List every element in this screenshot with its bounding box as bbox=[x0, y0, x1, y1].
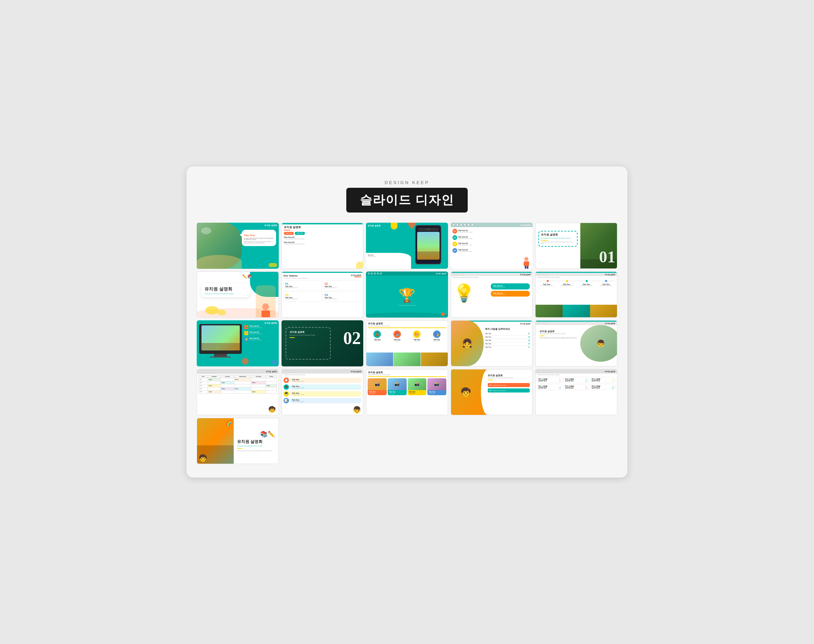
slide1-body2: Iterative approaches to corporate strate… bbox=[244, 241, 274, 244]
slide3-yellow bbox=[391, 223, 398, 230]
slide2-btn2: Title Text bbox=[295, 232, 305, 235]
slide18-subtitle: Kindergarten & Preschool Presentation Te… bbox=[368, 374, 390, 376]
slide21-content: 📚✏️ 유치원 설명회 Kindergarten & Preschool Pre… bbox=[234, 418, 278, 464]
slide-15[interactable]: 유치원 설명회 👦 유치원 설명회 Kindergarten & Prescho… bbox=[535, 320, 617, 366]
slide-7[interactable]: Our Values 유치원 설명회 Lorem ipsum dolor sit… bbox=[281, 271, 364, 317]
slide12-number: 02 bbox=[343, 330, 361, 347]
slide13-subtitle: Kindergarten & Preschool Presentation Te… bbox=[368, 325, 446, 327]
slide-3[interactable]: 유치원 설명회 Title Text Lorem ipsum dolor bbox=[366, 223, 448, 269]
slide5-title: 유치원 설명회 bbox=[541, 233, 575, 236]
slide-20[interactable]: 유치원 설명회 Kindergarten & Preschool Present… bbox=[535, 369, 617, 415]
slide3-cloud: Title Text Lorem ipsum dolor bbox=[366, 253, 411, 269]
slide18-header: 유치원 설명회 Kindergarten & Preschool Present… bbox=[366, 370, 448, 376]
slide12-subtitle: Kindergarten & Preschool Presentation Te… bbox=[290, 334, 327, 336]
slide2-header: 유치원 설명회 bbox=[282, 224, 363, 232]
slide13-school: 유치원 설명회 bbox=[368, 322, 446, 325]
slide11-monitor bbox=[199, 324, 242, 354]
slide-9[interactable]: 유치원 설명회 Kindergarten & Preschool Present… bbox=[451, 271, 533, 317]
main-container: DESIGN KEEP 슬라이드 디자인 유치원 설명회 ❝ T bbox=[187, 166, 627, 477]
slide4-content: 01 Title Text 01 Lorem ipsum dolor sit a… bbox=[451, 227, 533, 269]
slide9-spiral: 유치원 설명회 bbox=[451, 273, 533, 276]
slide7-school: 유치원 설명회 bbox=[351, 274, 361, 276]
slide2-text2: Lorem ipsum dolor sit amet consectetur bbox=[284, 243, 361, 245]
slide3-phone bbox=[415, 225, 441, 264]
slide2-items: Title Text 01 Lorem ipsum dolor sit amet… bbox=[282, 236, 363, 245]
slide1-title: Title Text bbox=[244, 234, 274, 237]
slide14-toc: 목차 내용을 입력하세요 Title Text 02 Title Text 05… bbox=[485, 327, 530, 349]
slide19-school: 유치원 설명회 bbox=[488, 374, 530, 377]
slide6-title: 유치원 설명회 bbox=[204, 286, 247, 292]
slide-2[interactable]: 유치원 설명회 Title Text Title Text Title Text… bbox=[281, 223, 364, 269]
slide3-triangle bbox=[407, 223, 417, 230]
slide6-subtitle: Kindergarten & Preschool Presentation Te… bbox=[204, 293, 247, 294]
slide-10[interactable]: 유치원 설명회 Kindergarten & Preschool Present… bbox=[535, 271, 617, 317]
slide12-dashed-box: 유치원 설명회 Kindergarten & Preschool Present… bbox=[286, 327, 331, 359]
slide13-icons: 🧸 Title Text Lorem ipsum 📚 Title Text Lo… bbox=[366, 329, 448, 344]
slide13-header: 유치원 설명회 Kindergarten & Preschool Present… bbox=[366, 320, 448, 328]
slide6-main: 유치원 설명회 Kindergarten & Preschool Present… bbox=[201, 284, 250, 297]
slide9-bulb: 💡 bbox=[453, 284, 475, 303]
slide2-text1: Lorem ipsum dolor sit amet consectetur bbox=[284, 238, 361, 240]
slide19-subtitle: Kindergarten & Preschool Presentation Te… bbox=[488, 377, 530, 379]
slide20-grid: 1 학지 내용을입력하세요 2 학지 내용을입력하세요 3 학지 내용을입력하세… bbox=[536, 376, 617, 391]
slide1-body: Leverage agile frameworks to provide a r… bbox=[244, 238, 274, 241]
header: DESIGN KEEP 슬라이드 디자인 bbox=[197, 180, 617, 213]
header-subtitle: DESIGN KEEP bbox=[197, 180, 617, 185]
slide8-wave bbox=[366, 313, 448, 317]
slide14-title: 목차 내용을 입력하세요 bbox=[485, 327, 530, 331]
slide-12[interactable]: 유치원 설명회 Kindergarten & Preschool Present… bbox=[281, 320, 364, 366]
slide16-character: 🧒 bbox=[268, 406, 276, 413]
slide3-title: 유치원 설명회 bbox=[368, 224, 381, 227]
slide20-spiral: 유치원 설명회 bbox=[536, 370, 617, 374]
slide2-accent bbox=[284, 230, 290, 230]
slide5-number: 01 bbox=[599, 247, 615, 266]
slide4-spiral: 유치원 설명회 bbox=[451, 223, 533, 227]
slide-19[interactable]: 🧒 유치원 설명회 Kindergarten & Preschool Prese… bbox=[451, 369, 533, 415]
slide11-blob2 bbox=[272, 360, 277, 365]
slide1-school-name: 유치원 설명회 bbox=[264, 224, 277, 227]
slide-14[interactable]: 유치원 설명회 👧 목차 내용을 입력하세요 Title Text 02 bbox=[451, 320, 533, 366]
slide8-dot bbox=[441, 313, 445, 316]
slide-4[interactable]: 유치원 설명회 01 Title Text 01 Lorem ipsum dol… bbox=[451, 223, 533, 269]
slide-5[interactable]: 01 유치원 설명회 Kindergarten & Preschool Pres… bbox=[535, 223, 617, 269]
slide7-grid: 01 Title Text Lorem ipsum dolor sit amet… bbox=[282, 280, 363, 302]
slide8-content: 🏆 Lorem ipsum dolor sit amet bbox=[366, 276, 448, 317]
slide18-cards: 📸 Title Text Lorem ipsum 📸 Title Text Lo… bbox=[366, 378, 448, 395]
slide5-content: 유치원 설명회 Kindergarten & Preschool Present… bbox=[536, 223, 580, 268]
slide-13[interactable]: 유치원 설명회 Kindergarten & Preschool Present… bbox=[366, 320, 448, 366]
slide17-character: 👦 bbox=[353, 406, 361, 414]
slide10-spiral: 유치원 설명회 bbox=[536, 273, 617, 276]
slide21-title: 유치원 설명회 bbox=[237, 439, 275, 445]
slide-1[interactable]: 유치원 설명회 ❝ Title Text Leverage agile fram… bbox=[197, 223, 279, 269]
slide-16[interactable]: 유치원 설명회 Time Monday Tuesday Wednesday Th… bbox=[197, 369, 279, 415]
slide6-pencils: ✏️📚 bbox=[242, 274, 252, 279]
slide1-photo bbox=[197, 223, 242, 269]
slide1-cloud bbox=[269, 263, 277, 267]
slide21-photo: 🧒 🌈 bbox=[197, 418, 234, 464]
slide9-content: Title Text 01 Lorem ipsum dolor sit amet… bbox=[491, 284, 530, 297]
slide13-icon2: 📚 bbox=[393, 330, 401, 338]
slide15-circle: 👦 bbox=[580, 325, 617, 361]
slide17-steps: 📋 Title Text Lorem ipsum dolor sit amet … bbox=[282, 376, 363, 405]
slide-11[interactable]: 유치원 설명회 🧩 Title Text 01 bbox=[197, 320, 279, 366]
slide-6[interactable]: 유치원 설명회 Kindergarten & Preschool Present… bbox=[197, 271, 279, 317]
slides-grid: 유치원 설명회 ❝ Title Text Leverage agile fram… bbox=[197, 223, 617, 464]
slide10-photos bbox=[536, 305, 617, 317]
slide11-title: 유치원 설명회 bbox=[264, 322, 277, 324]
slide11-blob bbox=[242, 358, 249, 365]
slide-17[interactable]: 유치원 설명회 Kindergarten & Preschool Present… bbox=[281, 369, 364, 415]
slide17-spiral: 유치원 설명회 bbox=[282, 370, 363, 374]
slide-8[interactable]: 유치원 설명회 🏆 Lorem ipsum dolor sit amet bbox=[366, 271, 448, 317]
slide-21[interactable]: 🧒 🌈 📚✏️ 유치원 설명회 Kindergarten & Preschool… bbox=[197, 418, 279, 464]
slide7-header: Our Values 유치원 설명회 bbox=[282, 273, 363, 278]
slide5-subtitle: Kindergarten & Preschool Presentation Te… bbox=[541, 237, 575, 239]
slide16-spiral: 유치원 설명회 bbox=[197, 370, 278, 374]
slide10-timeline bbox=[537, 280, 615, 282]
slide21-subtitle: Kindergarten & Preschool Presentation Te… bbox=[237, 445, 275, 447]
header-title: 슬라이드 디자인 bbox=[346, 188, 468, 213]
slide12-school: 유치원 설명회 bbox=[290, 330, 327, 334]
slide-18[interactable]: 유치원 설명회 Kindergarten & Preschool Present… bbox=[366, 369, 448, 415]
slide7-section-title: Our Values bbox=[284, 274, 298, 277]
slide6-character bbox=[256, 285, 276, 317]
slide11-items: 🧩 Title Text 01 Lorem ipsum dolor sit am… bbox=[244, 325, 277, 341]
